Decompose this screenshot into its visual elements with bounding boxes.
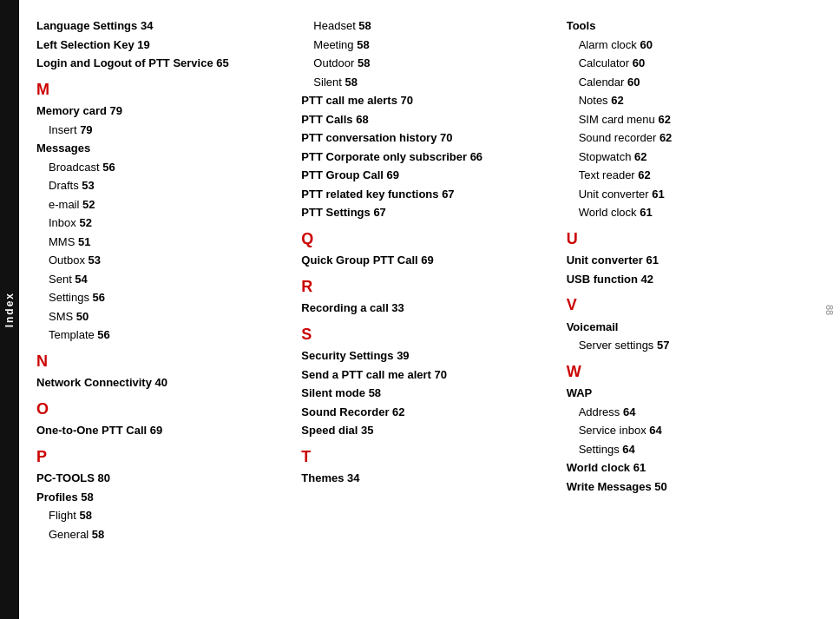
entry-page: 35: [358, 424, 373, 437]
entry-text: Outdoor: [313, 56, 354, 69]
entry-page: 53: [79, 179, 95, 192]
entry-page: 42: [638, 273, 653, 286]
entry-page: 62: [655, 113, 671, 126]
entry-text: PTT conversation history: [301, 131, 436, 144]
entry-text: PTT Corporate only subscriber: [301, 150, 467, 163]
entry-page: 62: [656, 131, 672, 144]
entry-text: PTT Settings: [301, 206, 370, 219]
index-entry: USB function 42: [567, 271, 823, 288]
entry-text: Send a PTT call me alert: [301, 368, 431, 381]
entry-text: Profiles: [36, 491, 78, 504]
entry-text: PTT call me alerts: [301, 94, 397, 107]
section-letter-O: O: [36, 400, 292, 419]
index-entry: Profiles 58: [36, 489, 292, 506]
entry-page: 52: [76, 216, 92, 229]
entry-page: 58: [354, 38, 370, 51]
index-entry: Silent mode 58: [301, 385, 557, 402]
index-entry: Settings 64: [567, 441, 823, 458]
entry-page: 57: [653, 339, 669, 352]
entry-page: 50: [73, 310, 89, 323]
entry-page: 64: [620, 443, 635, 456]
index-entry: Calendar 60: [567, 74, 823, 91]
index-entry: Recording a call 33: [301, 300, 557, 317]
entry-text: WAP: [567, 386, 593, 399]
entry-page: 80: [95, 471, 110, 484]
index-entry: Voicemail: [567, 319, 823, 336]
entry-page: 58: [89, 528, 104, 541]
entry-text: One-to-One PTT Call: [36, 424, 147, 437]
entry-page: 58: [342, 76, 358, 89]
entry-text: PTT Calls: [301, 113, 352, 126]
entry-page: 69: [384, 168, 399, 181]
entry-text: e-mail: [49, 198, 79, 211]
index-entry: PTT Settings 67: [301, 204, 557, 221]
entry-text: Stopwatch: [579, 150, 632, 163]
index-entry: SMS 50: [36, 308, 292, 326]
entry-page: 62: [635, 168, 651, 181]
index-entry: Speed dial 35: [301, 422, 557, 439]
index-entry: PTT call me alerts 70: [301, 92, 557, 109]
entry-page: 40: [152, 376, 167, 389]
section-letter-W: W: [567, 363, 823, 382]
entry-text: Write Messages: [567, 480, 652, 493]
entry-page: 34: [137, 19, 153, 32]
entry-page: 66: [467, 150, 482, 163]
page-container: Index Language Settings 34Left Selection…: [0, 0, 840, 619]
entry-page: 56: [100, 161, 115, 174]
entry-text: Flight: [49, 509, 76, 522]
entry-page: 60: [629, 56, 645, 69]
entry-page: 39: [394, 349, 410, 362]
index-entry: Silent 58: [301, 74, 557, 91]
section-letter-T: T: [301, 448, 557, 467]
entry-text: Outbox: [49, 254, 85, 267]
entry-page: 70: [397, 94, 413, 107]
section-letter-V: V: [567, 296, 823, 315]
entry-page: 58: [354, 56, 370, 69]
entry-page: 51: [75, 235, 90, 248]
entry-text: Tools: [567, 19, 596, 32]
entry-page: 69: [418, 254, 434, 267]
entry-page: 56: [89, 291, 105, 304]
entry-page: 33: [389, 301, 404, 314]
index-entry: One-to-One PTT Call 69: [36, 422, 292, 439]
index-entry: PTT related key functions 67: [301, 186, 557, 203]
column-3: ToolsAlarm clock 60Calculator 60Calendar…: [567, 17, 831, 610]
entry-text: Login and Logout of PTT Service: [36, 56, 213, 69]
entry-text: Settings: [49, 291, 89, 304]
entry-page: 61: [643, 254, 659, 267]
index-entry: Alarm clock 60: [567, 36, 823, 54]
entry-page: 68: [353, 113, 369, 126]
index-entry: Tools: [567, 17, 823, 35]
index-entry: Stopwatch 62: [567, 148, 823, 166]
index-entry: Inbox 52: [36, 214, 292, 232]
column-2: Headset 58Meeting 58Outdoor 58Silent 58P…: [301, 17, 566, 610]
index-entry: PC-TOOLS 80: [36, 470, 292, 487]
index-entry: Address 64: [567, 404, 823, 421]
entry-text: Speed dial: [301, 424, 358, 437]
index-entry: Calculator 60: [567, 55, 823, 72]
entry-text: Notes: [579, 94, 608, 107]
entry-text: Sound Recorder: [301, 405, 389, 418]
index-entry: Broadcast 56: [36, 159, 292, 176]
entry-page: 58: [365, 386, 381, 399]
index-entry: WAP: [567, 385, 823, 402]
entry-page: 62: [608, 94, 624, 107]
entry-text: Silent: [313, 76, 342, 89]
entry-page: 58: [78, 491, 94, 504]
entry-page: 79: [77, 123, 93, 136]
entry-page: 58: [356, 19, 371, 32]
index-entry: Insert 79: [36, 122, 292, 139]
entry-text: Meeting: [313, 38, 353, 51]
entry-page: 69: [147, 424, 162, 437]
index-entry: Drafts 53: [36, 177, 292, 194]
index-entry: Sent 54: [36, 271, 292, 288]
index-entry: Language Settings 34: [36, 17, 292, 35]
entry-text: Unit converter: [579, 188, 649, 201]
entry-text: Template: [49, 328, 95, 341]
entry-text: Server settings: [579, 339, 654, 352]
entry-text: General: [49, 528, 89, 541]
entry-page: 70: [436, 131, 452, 144]
entry-text: MMS: [49, 235, 75, 248]
section-letter-N: N: [36, 352, 292, 372]
index-entry: Network Connectivity 40: [36, 374, 292, 392]
